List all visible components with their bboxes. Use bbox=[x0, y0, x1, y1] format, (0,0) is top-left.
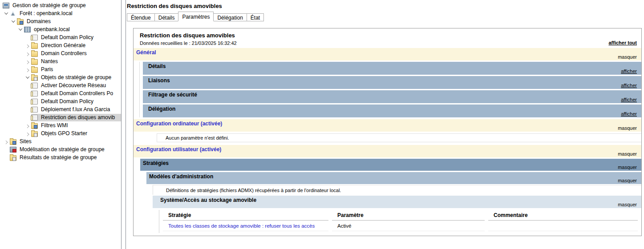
hide-link[interactable]: masquer bbox=[618, 125, 637, 131]
tree-item-root[interactable]: Gestion de stratégie de groupe bbox=[0, 1, 121, 9]
tree-item-gpo-container[interactable]: Objets de stratégie de groupe bbox=[0, 73, 121, 81]
tab-etendue[interactable]: Étendue bbox=[127, 13, 155, 21]
page-title: Restriction des disques amovibles bbox=[127, 3, 644, 9]
hide-link[interactable]: masquer bbox=[618, 165, 637, 170]
tree-item-ou-nantes[interactable]: Nantes bbox=[0, 57, 121, 65]
column-header-commentaire: Commentaire bbox=[488, 210, 638, 221]
section-general: Général masquer bbox=[134, 48, 641, 60]
gpo-icon bbox=[31, 107, 38, 112]
chevron-right-icon[interactable] bbox=[24, 44, 31, 47]
detail-pane: Restriction des disques amovibles Étendu… bbox=[126, 0, 644, 249]
console-icon bbox=[3, 3, 9, 8]
subsection-liaisons: Liaisons afficher bbox=[143, 76, 641, 89]
ou-folder-icon bbox=[31, 67, 38, 73]
subsection-admin-templates: Modèles d'administration masquer bbox=[146, 172, 641, 184]
column-header-parametre: Paramètre bbox=[332, 210, 485, 221]
chevron-down-icon[interactable] bbox=[17, 28, 24, 31]
chevron-right-icon[interactable] bbox=[24, 52, 31, 55]
tree-item-gpo-default-dc-policy[interactable]: Default Domain Controllers Po bbox=[0, 89, 121, 97]
subsection-details: Détails afficher bbox=[143, 62, 641, 75]
report-title: Restriction des disques amovibles bbox=[140, 32, 636, 39]
gpo-container-folder-icon bbox=[31, 75, 38, 81]
show-all-link[interactable]: afficher tout bbox=[608, 40, 637, 45]
admx-definitions-note: Définitions de stratégies (fichiers ADMX… bbox=[153, 185, 641, 195]
section-user-config: Configuration utilisateur (activée) masq… bbox=[134, 145, 641, 157]
chevron-down-icon[interactable] bbox=[24, 76, 31, 79]
tree-item-starter-gpos[interactable]: Objets GPO Starter bbox=[0, 129, 121, 137]
chevron-right-icon[interactable] bbox=[3, 140, 10, 143]
hide-link[interactable]: masquer bbox=[618, 54, 637, 60]
general-subsections: Détails afficher Liaisons afficher Filtr… bbox=[139, 62, 641, 117]
show-link[interactable]: afficher bbox=[621, 68, 637, 74]
section-user-title: Configuration utilisateur (activée) bbox=[134, 145, 221, 153]
subsection-removable-storage: Système/Accès au stockage amovible masqu… bbox=[153, 196, 641, 208]
policy-setting-state: Activé bbox=[332, 221, 485, 231]
tree-item-ou-direction-generale[interactable]: Direction Générale bbox=[0, 41, 121, 49]
gpo-icon bbox=[31, 115, 38, 120]
tree-item-wmi-filters[interactable]: Filtres WMI bbox=[0, 121, 121, 129]
ou-folder-icon bbox=[31, 51, 38, 57]
tree-item-gpo-restriction-disques[interactable]: Restriction des disques amovib bbox=[0, 113, 121, 121]
domain-icon bbox=[24, 27, 31, 32]
results-folder-icon bbox=[10, 155, 16, 161]
subsection-strategies: Stratégies masquer bbox=[140, 159, 641, 171]
section-general-title: Général bbox=[134, 48, 156, 56]
tree-item-ou-paris[interactable]: Paris bbox=[0, 65, 121, 73]
settings-report: Restriction des disques amovibles Donnée… bbox=[133, 28, 642, 236]
show-link[interactable]: afficher bbox=[621, 97, 637, 102]
chevron-down-icon[interactable] bbox=[3, 12, 10, 15]
subsection-filtrage: Filtrage de sécurité afficher bbox=[143, 90, 641, 103]
gpmc-window: Gestion de stratégie de groupe Forêt : o… bbox=[0, 0, 644, 249]
tab-etat[interactable]: État bbox=[247, 13, 264, 21]
panel-splitter[interactable] bbox=[122, 0, 126, 249]
section-computer-title: Configuration ordinateur (activée) bbox=[134, 119, 222, 127]
starter-gpo-folder-icon bbox=[31, 131, 38, 137]
wmi-folder-icon bbox=[31, 123, 38, 129]
computer-config-empty-text: Aucun paramètre n'est défini. bbox=[157, 133, 641, 142]
tree-item-gpo-default-domain-policy[interactable]: Default Domain Policy bbox=[0, 97, 121, 105]
settings-table: Stratégie Paramètre Commentaire Toutes l… bbox=[159, 210, 641, 231]
settings-table-area: Stratégie Paramètre Commentaire Toutes l… bbox=[159, 210, 641, 233]
ou-folder-icon bbox=[31, 59, 38, 65]
hide-link[interactable]: masquer bbox=[618, 202, 637, 207]
report-header: Restriction des disques amovibles Donnée… bbox=[134, 28, 641, 48]
gpo-icon bbox=[31, 91, 38, 96]
tree-item-domains[interactable]: Domaines bbox=[0, 17, 121, 25]
hide-link[interactable]: masquer bbox=[618, 151, 637, 157]
chevron-right-icon[interactable] bbox=[24, 60, 31, 63]
tab-parametres[interactable]: Paramètres bbox=[178, 12, 214, 21]
forest-icon bbox=[10, 11, 16, 16]
ou-folder-icon bbox=[31, 43, 38, 49]
console-tree-panel: Gestion de stratégie de groupe Forêt : o… bbox=[0, 0, 122, 249]
tab-strip: Étendue Détails Paramètres Délégation Ét… bbox=[127, 12, 644, 21]
tree-item-domain-openbank[interactable]: openbank.local bbox=[0, 25, 121, 33]
column-header-strategie: Stratégie bbox=[163, 210, 328, 221]
section-computer-config: Configuration ordinateur (activée) masqu… bbox=[134, 119, 641, 132]
table-row: Toutes les classes de stockage amovible … bbox=[163, 221, 638, 231]
tree-item-results[interactable]: Résultats de stratégie de groupe bbox=[0, 153, 121, 161]
tab-delegation[interactable]: Délégation bbox=[213, 13, 247, 21]
sites-folder-icon bbox=[10, 139, 16, 145]
modeling-icon bbox=[10, 147, 16, 153]
tree-item-forest[interactable]: Forêt : openbank.local bbox=[0, 9, 121, 17]
tab-details[interactable]: Détails bbox=[154, 13, 179, 21]
gpo-icon bbox=[31, 35, 38, 40]
gpo-icon bbox=[31, 99, 38, 104]
show-link[interactable]: afficher bbox=[621, 83, 637, 88]
tree-item-gpo-deploiement-flux[interactable]: Déploiement f.lux Ana Garcia bbox=[0, 105, 121, 113]
chevron-right-icon[interactable] bbox=[24, 68, 31, 71]
chevron-down-icon[interactable] bbox=[10, 20, 17, 23]
domains-folder-icon bbox=[17, 19, 24, 25]
gpo-icon bbox=[31, 83, 38, 88]
show-link[interactable]: afficher bbox=[621, 111, 637, 116]
tree-item-modeling[interactable]: Modélisation de stratégie de groupe bbox=[0, 145, 121, 153]
tree-item-ou-domain-controllers[interactable]: Domain Controllers bbox=[0, 49, 121, 57]
hide-link[interactable]: masquer bbox=[618, 178, 637, 183]
policy-setting-link[interactable]: Toutes les classes de stockage amovible … bbox=[163, 221, 328, 231]
chevron-right-icon[interactable] bbox=[24, 132, 31, 135]
tree-item-sites[interactable]: Sites bbox=[0, 137, 121, 145]
tree-item-gpo-activer-decouverte[interactable]: Activer Découverte Réseau bbox=[0, 81, 121, 89]
tree-item-default-domain-policy-link[interactable]: Default Domain Policy bbox=[0, 33, 121, 41]
chevron-right-icon[interactable] bbox=[24, 124, 31, 127]
policy-setting-comment bbox=[488, 221, 638, 231]
